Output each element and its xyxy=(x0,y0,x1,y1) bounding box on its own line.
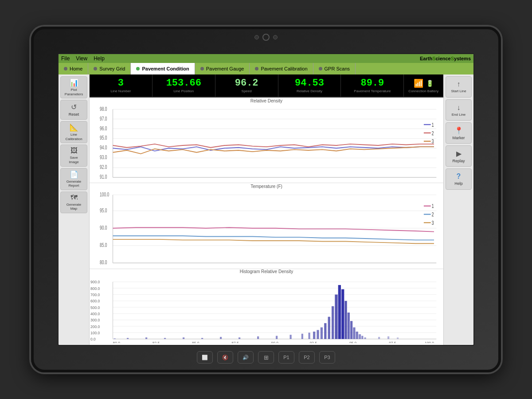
svg-rect-112 xyxy=(356,332,358,339)
tab-home-label: Home xyxy=(70,66,82,71)
metric-relative-density-value: 94.53 xyxy=(295,78,324,88)
svg-rect-108 xyxy=(344,301,347,339)
camera-indicator2 xyxy=(273,35,278,39)
hw-btn-windows[interactable]: ⊞ xyxy=(258,351,274,364)
metric-line-number: 3 Line Number xyxy=(90,74,153,97)
marker-button[interactable]: 📍 Marker xyxy=(446,122,472,144)
svg-text:0.0: 0.0 xyxy=(113,265,118,266)
tab-pavement-calibration[interactable]: Pavement Calibration xyxy=(250,63,313,74)
save-image-button[interactable]: 🖼 SaveImage xyxy=(60,145,87,166)
metric-pavement-temp-label: Pavement Temperature xyxy=(354,89,391,93)
svg-text:1: 1 xyxy=(432,121,434,128)
right-sidebar: ↑ Start Line ↓ End Line 📍 Marker ▶ Repla… xyxy=(443,74,473,345)
svg-text:85.0: 85.0 xyxy=(100,242,107,248)
end-line-button[interactable]: ↓ End Line xyxy=(446,99,472,121)
generate-report-label: GenerateReport xyxy=(66,180,81,188)
svg-rect-90 xyxy=(183,337,184,339)
metric-line-position: 153.66 Line Position xyxy=(153,74,215,97)
svg-text:900.0: 900.0 xyxy=(90,280,100,285)
line-calibration-button[interactable]: 📐 LineCalibration xyxy=(60,121,87,143)
svg-text:0.0: 0.0 xyxy=(90,337,96,342)
tab-pavement-gauge-label: Pavement Gauge xyxy=(206,66,244,71)
plot-parameters-button[interactable]: 📊 PlotParameters xyxy=(60,76,87,98)
svg-rect-111 xyxy=(353,327,355,339)
hw-btn-vol-down[interactable]: 🔇 xyxy=(217,351,233,364)
svg-text:92.0: 92.0 xyxy=(100,164,107,170)
tab-indicator-gpr xyxy=(319,67,322,70)
svg-text:700.0: 700.0 xyxy=(90,292,100,297)
svg-rect-94 xyxy=(257,336,259,339)
svg-text:85.0: 85.0 xyxy=(192,340,199,343)
svg-text:100.0: 100.0 xyxy=(313,265,322,266)
metric-speed-label: Speed xyxy=(242,89,252,93)
metrics-row: 3 Line Number 153.66 Line Position 96.2 … xyxy=(90,74,443,98)
svg-text:95.0: 95.0 xyxy=(100,135,107,141)
chart-temperature: Temperature (F) 80.0 85.0 90.0 95.0 100.… xyxy=(90,183,443,269)
generate-report-button[interactable]: 📄 GenerateReport xyxy=(60,168,87,190)
start-line-button[interactable]: ↑ Start Line xyxy=(446,76,472,98)
menu-help[interactable]: Help xyxy=(94,55,105,62)
replay-icon: ▶ xyxy=(456,149,462,158)
end-line-icon: ↓ xyxy=(457,104,461,112)
svg-text:100.0: 100.0 xyxy=(425,340,434,343)
svg-rect-95 xyxy=(276,336,278,339)
svg-rect-100 xyxy=(317,330,319,339)
end-line-label: End Line xyxy=(452,113,466,117)
replay-button[interactable]: ▶ Replay xyxy=(446,145,472,167)
plot-parameters-icon: 📊 xyxy=(70,78,78,87)
tab-gpr-scans[interactable]: GPR Scans xyxy=(313,63,356,74)
tab-indicator-survey xyxy=(94,67,97,70)
svg-rect-86 xyxy=(114,338,116,339)
svg-text:1: 1 xyxy=(432,203,434,209)
reset-button[interactable]: ↺ Reset xyxy=(60,100,87,120)
help-button[interactable]: ? Help xyxy=(446,168,472,190)
metric-pavement-temp-value: 89.9 xyxy=(360,78,384,88)
generate-map-button[interactable]: 🗺 GenerateMap xyxy=(60,192,87,213)
reset-label: Reset xyxy=(69,112,79,117)
svg-text:94.0: 94.0 xyxy=(100,145,107,151)
svg-rect-105 xyxy=(335,294,337,339)
svg-rect-91 xyxy=(201,338,203,339)
menu-view[interactable]: View xyxy=(76,55,87,62)
hw-btn-screen[interactable]: ⬜ xyxy=(197,351,213,364)
replay-label: Replay xyxy=(452,159,465,163)
hw-btn-p2[interactable]: P2 xyxy=(299,351,315,364)
svg-text:2: 2 xyxy=(432,130,434,136)
svg-text:600.0: 600.0 xyxy=(90,299,100,304)
battery-icon: 🔋 xyxy=(426,80,434,87)
svg-text:80.0: 80.0 xyxy=(100,259,107,266)
svg-text:25.0: 25.0 xyxy=(163,265,170,266)
chart2-svg: 80.0 85.0 90.0 95.0 100.0 xyxy=(90,189,443,266)
chart2-area: 80.0 85.0 90.0 95.0 100.0 xyxy=(90,189,443,266)
metric-line-number-value: 3 xyxy=(118,78,124,88)
chart2-title: Temperature (F) xyxy=(90,184,443,189)
tab-gpr-scans-label: GPR Scans xyxy=(325,66,350,71)
tab-pavement-condition-label: Pavement Condition xyxy=(142,66,189,71)
hw-btn-vol-up[interactable]: 🔊 xyxy=(238,351,254,364)
chart1-area: 91.0 92.0 93.0 94.0 95.0 96.0 97.0 98.0 xyxy=(90,104,443,180)
svg-text:0: 0 xyxy=(113,179,115,180)
hw-btn-p1[interactable]: P1 xyxy=(278,351,294,364)
svg-rect-117 xyxy=(387,336,389,339)
tab-indicator-pavement-cond xyxy=(136,67,140,70)
generate-report-icon: 📄 xyxy=(70,170,78,179)
tab-pavement-condition[interactable]: Pavement Condition xyxy=(131,63,195,74)
svg-text:97.5: 97.5 xyxy=(389,340,396,343)
svg-rect-101 xyxy=(321,327,323,339)
metric-speed: 96.2 Speed xyxy=(215,74,278,97)
svg-text:300.0: 300.0 xyxy=(90,318,100,323)
svg-rect-103 xyxy=(328,317,330,339)
hw-btn-p3[interactable]: P3 xyxy=(319,351,335,364)
tab-home[interactable]: Home xyxy=(59,63,88,74)
svg-rect-88 xyxy=(145,337,147,339)
bottom-hw-bar: ⬜ 🔇 🔊 ⊞ P1 P2 P3 xyxy=(197,351,335,364)
svg-text:92.5: 92.5 xyxy=(310,340,317,343)
tab-indicator-calibration xyxy=(255,67,258,70)
tab-indicator-gauge xyxy=(200,67,204,70)
tab-survey-grid[interactable]: Survey Grid xyxy=(88,63,131,74)
svg-rect-99 xyxy=(313,332,315,339)
menu-file[interactable]: File xyxy=(61,55,70,62)
tab-pavement-gauge[interactable]: Pavement Gauge xyxy=(195,63,250,74)
svg-text:97.0: 97.0 xyxy=(100,115,107,121)
line-calibration-icon: 📐 xyxy=(70,123,78,132)
